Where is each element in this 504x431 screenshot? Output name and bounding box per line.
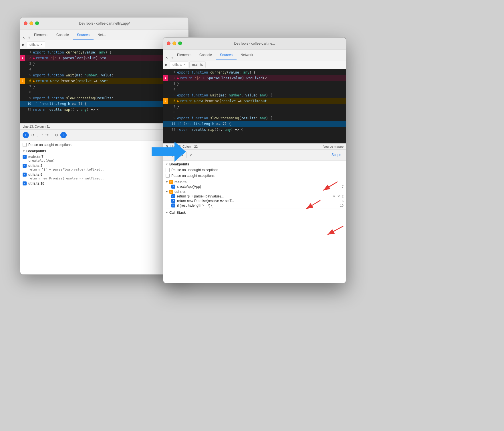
bp-preview-utils6: return new Promise(resolve => setTimeo..… [28, 177, 186, 180]
tab-console-2[interactable]: Console [195, 50, 216, 60]
svg-line-6 [328, 226, 343, 235]
step-back-btn[interactable]: ↺ [31, 133, 35, 137]
play-icon-1[interactable]: ▶ [22, 43, 25, 47]
pause-uncaught-row[interactable]: Pause on uncaught exceptions [166, 168, 344, 172]
close-file-tab-2[interactable]: ✕ [183, 63, 186, 66]
main-ts-label: main.ts [174, 180, 186, 184]
bp-file-utils10: utils.ts:10 [28, 181, 44, 185]
pause-uncaught-label: Pause on uncaught exceptions [171, 168, 218, 172]
bp-item-utils6[interactable]: ✓ utils.ts:6 return new Promise(resolve … [23, 173, 186, 180]
edit-icon-bp[interactable]: ✏ [333, 194, 336, 198]
bp-title-1: Breakpoints [26, 149, 46, 153]
bp-preview-utils2: return '$' + parseFloat(value).toFixed..… [28, 168, 186, 171]
window-controls-1 [24, 21, 39, 25]
pause-caught-label-2: Pause on caught exceptions [171, 174, 215, 178]
titlebar-1: DevTools - coffee-cart.netlify.app/ [20, 17, 188, 29]
deactivate-btn-1[interactable]: ⊘ [55, 133, 58, 137]
titlebar-2: DevTools - coffee-cart.ne... [163, 37, 346, 50]
close-btn-1[interactable] [24, 21, 27, 25]
line-col-1: Line 13, Column 31 [23, 125, 50, 128]
bp-check-utils2[interactable]: ✓ [23, 164, 27, 168]
bp-utils-if-line: 10 [340, 204, 344, 207]
pause-caught-label: Pause on caught exceptions [28, 143, 72, 147]
svg-line-4 [306, 200, 320, 209]
tab-sources-1[interactable]: Sources [73, 30, 94, 40]
bp-item-utils10[interactable]: ✓ utils.ts:10 [23, 181, 186, 185]
pause-btn-1[interactable]: ⏸ [23, 132, 29, 138]
tab-network-2[interactable]: Network [237, 50, 257, 60]
utils-ts-label: utils.ts [174, 190, 186, 194]
tab-network-1[interactable]: Net... [94, 30, 110, 40]
source-mapped-2: (source mappe [323, 145, 344, 148]
step-over-btn-1[interactable]: ↷ [45, 133, 49, 137]
debugger-toolbar-2: ↺ ↓ ↑ ↷ ⊘ Scope [163, 150, 346, 161]
close-btn-2[interactable] [167, 41, 170, 45]
pause-uncaught-checkbox[interactable] [166, 168, 170, 172]
step-out-btn-1[interactable]: ↑ [41, 133, 43, 137]
call-stack-title: Call Stack [169, 211, 186, 215]
red-arrow-3 [312, 223, 346, 238]
status-bar-2: {} Line 12, Column 22 (source mappe [163, 143, 346, 150]
svg-marker-0 [152, 142, 186, 162]
pause-async-btn-1[interactable]: ⏸ [60, 132, 67, 138]
window-title-1: DevTools - coffee-cart.netlify.app/ [79, 21, 130, 25]
scope-tab[interactable]: Scope [327, 150, 346, 160]
code-area-2: 1 export function currency(value: any) {… [163, 69, 346, 143]
bp-check-utils10[interactable]: ✓ [23, 181, 27, 185]
file-tab-utils-2[interactable]: utils.ts ✕ [170, 62, 188, 68]
tab-console-1[interactable]: Console [52, 30, 73, 40]
bp-file-utils2: utils.ts:2 [28, 164, 42, 168]
bp-check-main7[interactable]: ✓ [23, 155, 27, 159]
maximize-btn-1[interactable] [35, 21, 39, 25]
bp-check-utils6[interactable]: ✓ [23, 173, 27, 177]
svg-line-2 [323, 182, 338, 190]
bp-utils-return1-line: 2 [342, 195, 344, 198]
minimize-btn-2[interactable] [172, 41, 176, 45]
pause-caught-row-2[interactable]: Pause on caught exceptions [166, 174, 344, 178]
cursor-icon-2[interactable]: ↖ [166, 56, 169, 60]
tab-elements-1[interactable]: Elements [30, 30, 52, 40]
bp-section-title-2[interactable]: ▼ Breakpoints [166, 162, 344, 166]
tab-sources-2[interactable]: Sources [216, 50, 237, 60]
red-arrow-1 [309, 177, 343, 195]
deactivate-btn-2[interactable]: ⊘ [189, 153, 193, 157]
big-arrow [152, 140, 186, 164]
delete-icon-bp[interactable]: ✕ [337, 194, 340, 198]
minimize-btn-1[interactable] [29, 21, 33, 25]
pause-caught-checkbox-2[interactable] [166, 174, 170, 178]
cursor-icon[interactable]: ↖ [23, 35, 26, 40]
window-title-2: DevTools - coffee-cart.ne... [234, 41, 275, 46]
bp-utils-return2-line: 6 [342, 199, 344, 203]
devtools-window-2: DevTools - coffee-cart.ne... ↖ ⊞ Element… [163, 37, 346, 283]
file-tab-utils[interactable]: utils.ts ✕ [27, 41, 45, 48]
bp-triangle-1: ▼ [23, 150, 25, 153]
bp-file-utils6: utils.ts:6 [28, 173, 42, 177]
step-into-btn-1[interactable]: ↓ [37, 133, 39, 137]
window-controls-2 [167, 41, 182, 45]
file-tab-main-2[interactable]: main.ts [189, 62, 206, 68]
play-icon-2[interactable]: ▶ [165, 63, 168, 67]
pause-caught-checkbox[interactable] [23, 143, 27, 147]
maximize-btn-2[interactable] [178, 41, 182, 45]
red-arrow-2 [295, 197, 323, 212]
bp-item-utils2[interactable]: ✓ utils.ts:2 return '$' + parseFloat(val… [23, 164, 186, 171]
bp-file-main7: main.ts:7 [28, 155, 43, 159]
tab-elements-2[interactable]: Elements [173, 50, 195, 60]
close-file-tab[interactable]: ✕ [40, 43, 43, 46]
